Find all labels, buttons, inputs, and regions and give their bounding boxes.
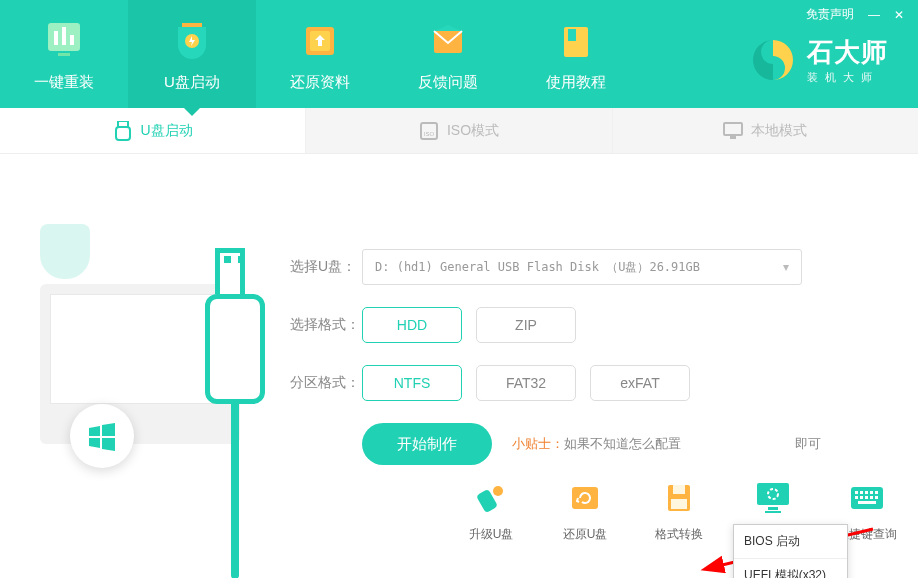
subtab-label: ISO模式 [447, 122, 499, 140]
nav-tab-tutorial[interactable]: 使用教程 [512, 0, 640, 108]
nav-label: 使用教程 [546, 73, 606, 92]
svg-rect-36 [855, 496, 858, 499]
svg-text:ISO: ISO [424, 131, 435, 137]
svg-rect-1 [54, 31, 58, 45]
svg-rect-3 [70, 35, 74, 45]
svg-rect-37 [860, 496, 863, 499]
svg-rect-34 [870, 491, 873, 494]
hint: 小贴士：如果不知道怎么配置 即可 [512, 435, 821, 453]
header: 免责声明 — ✕ 一键重装 U盘启动 [0, 0, 918, 108]
format-option-zip[interactable]: ZIP [476, 307, 576, 343]
nav-tab-reinstall[interactable]: 一键重装 [0, 0, 128, 108]
active-tab-indicator [184, 108, 200, 116]
tool-restore-usb[interactable]: 还原U盘 [544, 480, 626, 543]
svg-rect-39 [870, 496, 873, 499]
select-usb-label: 选择U盘： [290, 258, 362, 276]
subtab-local-mode[interactable]: 本地模式 [613, 108, 918, 153]
fs-option-fat32[interactable]: FAT32 [476, 365, 576, 401]
nav-label: 一键重装 [34, 73, 94, 92]
envelope-icon [424, 17, 472, 65]
hint-tail: 即可 [795, 436, 821, 451]
usb-up-icon [473, 480, 509, 516]
svg-rect-22 [572, 487, 598, 509]
main-content: 选择U盘： D: (hd1) General USB Flash Disk （U… [0, 154, 918, 578]
windows-logo-icon [70, 404, 134, 468]
nav-tab-feedback[interactable]: 反馈问题 [384, 0, 512, 108]
svg-point-21 [493, 486, 503, 496]
brand-logo-icon [749, 36, 797, 84]
svg-rect-17 [730, 136, 736, 139]
book-icon [552, 17, 600, 65]
nav-tab-restore[interactable]: 还原资料 [256, 0, 384, 108]
keyboard-icon [849, 480, 885, 516]
monitor-loading-icon [755, 480, 791, 516]
tool-upgrade-usb[interactable]: 升级U盘 [450, 480, 532, 543]
minimize-button[interactable]: — [868, 8, 880, 22]
usb-select-value: D: (hd1) General USB Flash Disk （U盘）26.9… [375, 259, 700, 276]
partition-format-label: 分区格式： [290, 374, 362, 392]
svg-rect-27 [768, 507, 778, 510]
subtabs: U盘启动 ISO ISO模式 本地模式 [0, 108, 918, 154]
iso-icon: ISO [419, 121, 439, 141]
tool-label: 格式转换 [655, 526, 703, 543]
window-controls: 免责声明 — ✕ [806, 6, 904, 23]
brand-subtitle: 装机大师 [807, 70, 888, 85]
svg-rect-13 [116, 127, 130, 140]
svg-rect-33 [865, 491, 868, 494]
subtab-label: U盘启动 [141, 122, 193, 140]
hint-key: 小贴士： [512, 436, 564, 451]
usb-select[interactable]: D: (hd1) General USB Flash Disk （U盘）26.9… [362, 249, 802, 285]
boot-menu-bios[interactable]: BIOS 启动 [734, 525, 847, 559]
subtab-iso-mode[interactable]: ISO ISO模式 [306, 108, 612, 153]
brand: 石大师 装机大师 [749, 35, 888, 85]
tool-label: 还原U盘 [563, 526, 608, 543]
subtab-label: 本地模式 [751, 122, 807, 140]
svg-rect-25 [671, 499, 687, 509]
fs-option-exfat[interactable]: exFAT [590, 365, 690, 401]
svg-rect-41 [858, 501, 876, 504]
svg-rect-26 [757, 483, 789, 505]
close-button[interactable]: ✕ [894, 8, 904, 22]
usb-deco-icon [205, 294, 265, 554]
bar-chart-icon [40, 17, 88, 65]
format-option-hdd[interactable]: HDD [362, 307, 462, 343]
illustration [30, 194, 290, 504]
svg-rect-11 [568, 29, 576, 41]
shield-icon [168, 17, 216, 65]
nav-label: 还原资料 [290, 73, 350, 92]
monitor-icon [723, 121, 743, 141]
svg-rect-32 [860, 491, 863, 494]
boot-type-menu: BIOS 启动 UEFI 模拟(x32) UEFI 模拟(x64) [733, 524, 848, 578]
nav-tab-usb-boot[interactable]: U盘启动 [128, 0, 256, 108]
tool-format-convert[interactable]: 格式转换 [638, 480, 720, 543]
subtab-usb-boot[interactable]: U盘启动 [0, 108, 306, 153]
svg-rect-35 [875, 491, 878, 494]
disk-icon [661, 480, 697, 516]
restore-icon [567, 480, 603, 516]
svg-rect-16 [724, 123, 742, 135]
boot-menu-uefi32[interactable]: UEFI 模拟(x32) [734, 559, 847, 578]
usb-icon [113, 121, 133, 141]
nav-label: U盘启动 [164, 73, 220, 92]
svg-rect-31 [855, 491, 858, 494]
nav-label: 反馈问题 [418, 73, 478, 92]
brand-title: 石大师 [807, 35, 888, 70]
svg-rect-28 [765, 511, 781, 513]
chevron-down-icon: ▾ [783, 260, 789, 274]
svg-rect-40 [875, 496, 878, 499]
select-format-label: 选择格式： [290, 316, 362, 334]
svg-rect-4 [58, 53, 70, 56]
start-create-button[interactable]: 开始制作 [362, 423, 492, 465]
upload-box-icon [296, 17, 344, 65]
tool-label: 升级U盘 [469, 526, 514, 543]
svg-rect-2 [62, 27, 66, 45]
svg-rect-24 [673, 485, 685, 494]
svg-rect-38 [865, 496, 868, 499]
fs-option-ntfs[interactable]: NTFS [362, 365, 462, 401]
shield-deco-icon [40, 224, 90, 279]
disclaimer-link[interactable]: 免责声明 [806, 6, 854, 23]
hint-text: 如果不知道怎么配置 [564, 436, 681, 451]
